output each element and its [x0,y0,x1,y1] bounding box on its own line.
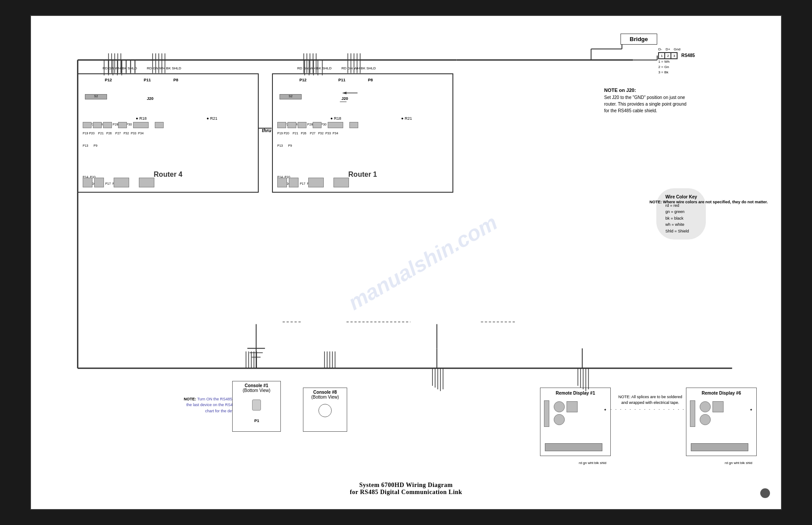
rs485-label: RS485 [681,53,695,59]
wire-note-text: NOTE: Where wire colors are not specifie… [649,200,768,204]
remote-1-connector [544,400,549,427]
wire-label-remote-1: rd gn wht blk shld [579,461,606,465]
r1-p11: P11 [338,78,345,82]
r4-label: Router 4 [154,171,183,179]
page: manualshin.com Bridge D- D+ Gnd 1 2 3 RS… [30,15,782,510]
r4-connector-row1 [83,122,164,128]
watermark: manualshin.com [344,210,502,315]
wire-label-r4-left: RD GN WH BK SHLD [103,66,137,70]
r1-bottom-connectors [277,178,349,187]
thru-label: thru [262,128,271,133]
r4-j20: J20 [147,96,153,101]
r1-j20: J20 [341,96,348,101]
router-1-box: RD GN WH BK SHLD RD GN WH BK SHLD P12 P1… [272,73,453,193]
remote-display-6: Remote Display #6 ✦ [686,388,757,456]
console-8-circle [318,404,332,417]
remote-6-label: Remote Display #6 [686,390,756,396]
console-8-box: Console #8(Bottom View) [303,388,347,432]
wire-label-r1-left: RD GN WH BK SHLD [297,66,332,70]
diagram-area: manualshin.com Bridge D- D+ Gnd 1 2 3 RS… [31,16,781,509]
wire-label-remote-6: rd gn wht blk shld [725,461,752,465]
title-line1: System 6700HD Wiring Diagram [350,482,462,489]
remote-6-bottom-connector [691,443,748,451]
r1-r21: ● R21 [401,116,412,121]
console-8-label: Console #8(Bottom View) [303,390,347,399]
remote-6-circle-2 [700,414,711,425]
r4-r18: ● R18 [136,116,146,121]
note-j20-text: Set J20 to the "GND" position on just on… [604,95,686,113]
router-4-box: RD GN WH BK SHLD RD GN WH BK SHLD P12 P1… [77,73,259,193]
remote-1-circle-1 [554,401,565,412]
remote-display-1: Remote Display #1 ✦ [540,388,611,456]
r1-p8: P8 [368,78,373,82]
note-bottom-right-line1: NOTE: All splices are to be soldered [618,395,682,399]
r1-p12: P12 [299,78,306,82]
wire-color-key: Wire Color Key rd = red gn = green bk = … [656,188,706,240]
console-1-label: Console #1(Bottom View) [233,383,280,393]
rs485-connector: 1 2 3 [658,52,678,59]
r1-connector-row1 [277,122,358,128]
r4-r21: ● R21 [207,116,217,121]
note-bottom-right: NOTE: All splices are to be soldered and… [605,394,695,412]
rs485-area: D- D+ Gnd 1 2 3 RS485 1 = Wh 2 = Gn 3 = … [658,47,695,75]
r4-p11: P11 [144,78,151,82]
bottom-circle [760,488,770,498]
r1-r18: ● R18 [330,116,341,121]
remote-1-circle-2 [554,414,565,425]
console-1-knob [252,399,261,411]
wire-label-r4-mid: RD GN WH BK SHLD [147,66,181,70]
r4-p12: P12 [105,78,112,82]
r4-ports-row2: P19 P20P21 P26P27 P32P33P34 [83,132,144,135]
remote-6-circle-1 [700,401,711,412]
r4-bottom-connectors [83,178,154,187]
p1-label: P1 [254,418,259,423]
r1-p13-p9: P13P9 [277,144,292,147]
bridge-label: Bridge [630,36,648,42]
remote-1-bottom-connector [545,443,602,451]
bridge-box: Bridge [620,34,657,45]
r1-label: Router 1 [349,171,377,179]
remote-6-connector [690,400,695,427]
r4-p13-p9: P13P9 [83,144,97,147]
rs485-connector-labels: D- D+ Gnd [658,47,695,52]
r1-ports-row2: P19 P20P21 P26P27 P32P33P34 [277,132,338,135]
r1-s2: S2 [280,94,302,99]
console-1-box: Console #1(Bottom View) [232,381,281,432]
note-j20-title: NOTE on J20: [604,88,636,93]
note-j20: NOTE on J20: Set J20 to the "GND" positi… [604,87,693,114]
rs485-notes: 1 = Wh 2 = Gn 3 = Bk [658,59,695,75]
wire-label-r1-mid: RD GN WH BK SHLD [341,66,376,70]
wire-note-right: NOTE: Where wire colors are not specifie… [649,199,768,205]
r4-s2: S2 [85,94,107,99]
remote-1-rect-1 [567,401,578,412]
remote-1-label: Remote Display #1 [540,390,610,396]
title-line2: for RS485 Digital Communication Link [350,489,462,496]
diagram-title: System 6700HD Wiring Diagram for RS485 D… [350,482,462,496]
note-bottom-right-line2: and wrapped with electrical tape. [621,400,679,405]
r4-p8: P8 [173,78,178,82]
remote-6-rect-1 [712,401,724,412]
